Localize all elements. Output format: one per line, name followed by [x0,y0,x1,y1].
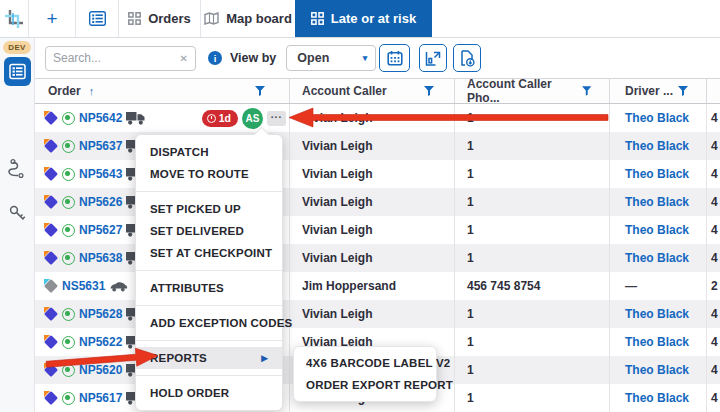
menu-item-attributes[interactable]: ATTRIBUTES [136,277,282,299]
plus-icon: + [46,8,57,30]
driver-link[interactable]: Theo Black [610,216,707,244]
driver-link[interactable]: Theo Black [610,188,707,216]
order-number-link[interactable]: NP5617 [79,391,122,405]
order-number-link[interactable]: NP5643 [79,167,122,181]
status-circle-icon [62,308,75,321]
menu-item-move-to-route[interactable]: MOVE TO ROUTE [136,163,282,185]
more-actions-button[interactable]: ··· [267,111,286,126]
key-icon [8,204,28,224]
left-sidebar: DEV [0,38,35,412]
priority-diamond-icon [44,307,58,321]
tab-map-board[interactable]: Map board [200,0,295,37]
sidebar-item-keys[interactable] [8,204,28,224]
status-circle-icon [62,168,75,181]
account-caller-cell: Vivian Leigh [290,244,455,272]
submenu-item-order-export-report[interactable]: ORDER EXPORT REPORT [294,374,436,396]
column-header-driver[interactable]: Driver ... [610,79,707,103]
menu-item-dispatch[interactable]: DISPATCH [136,141,282,163]
extra-cell: 4 [707,216,720,244]
new-tab-button[interactable]: + [28,0,75,37]
account-caller-cell: Vivian Leigh [290,104,455,132]
grid-icon [311,12,324,25]
clear-search-icon[interactable]: ✕ [180,53,188,64]
filter-icon[interactable] [255,86,265,96]
order-number-link[interactable]: NP5627 [79,223,122,237]
column-label: Driver ... [625,84,673,98]
report-export-button[interactable] [419,44,447,72]
filter-icon[interactable] [678,86,688,96]
order-number-link[interactable]: NP5620 [79,363,122,377]
column-label: Account Caller Pho... [467,77,582,105]
account-caller-phone-cell: 1 [455,328,610,356]
driver-link[interactable]: Theo Black [610,300,707,328]
chevron-down-icon: ▾ [363,53,368,63]
truck-icon [126,112,146,125]
column-header-order[interactable]: Order ↑ [35,79,290,103]
download-file-button[interactable] [453,44,481,72]
driver-link[interactable]: Theo Black [610,104,707,132]
account-caller-cell: Jim Hoppersand [290,272,455,300]
driver-link[interactable]: Theo Black [610,384,707,412]
column-header-account-caller-phone[interactable]: Account Caller Pho... [455,79,610,103]
driver-link[interactable]: Theo Black [610,132,707,160]
tab-late-or-at-risk[interactable]: Late or at risk [295,0,432,37]
list-icon [89,11,106,26]
tab-label: Orders [148,11,191,26]
tab-orders[interactable]: Orders [118,0,200,37]
order-number-link[interactable]: NP5638 [79,251,122,265]
driver-link[interactable]: Theo Black [610,356,707,384]
dev-badge: DEV [3,41,31,54]
order-number-link[interactable]: NP5622 [79,335,122,349]
order-number-link[interactable]: NP5642 [79,111,122,125]
view-by-select[interactable]: Open ▾ [286,45,376,71]
menu-item-reports[interactable]: REPORTS ▶ [136,347,282,369]
sidebar-item-routes[interactable] [8,158,27,180]
driver-link[interactable]: Theo Black [610,160,707,188]
menu-item-set-picked-up[interactable]: SET PICKED UP [136,198,282,220]
grid-icon [128,12,141,25]
extra-cell: 2 [707,272,720,300]
account-caller-phone-cell: 456 745 8754 [455,272,610,300]
date-picker-button[interactable] [379,44,410,72]
sort-asc-icon[interactable]: ↑ [89,85,95,97]
order-number-link[interactable]: NS5631 [62,279,105,293]
menu-item-hold-order[interactable]: HOLD ORDER [136,382,282,404]
driver-link[interactable]: Theo Black [610,244,707,272]
order-number-link[interactable]: NP5637 [79,139,122,153]
account-caller-phone-cell: 1 [455,244,610,272]
top-tab-bar: + Orders Map board La [0,0,720,38]
info-icon: i [208,51,222,65]
driver-cell: — [610,272,707,300]
submenu-item-4x6-barcode-label-v2[interactable]: 4X6 BARCODE LABEL V2 [294,352,436,374]
menu-item-set-at-checkpoint[interactable]: SET AT CHECKPOINT [136,242,282,264]
calendar-icon [387,50,403,66]
filter-icon[interactable] [424,86,434,96]
menu-item-set-delivered[interactable]: SET DELIVERED [136,220,282,242]
filter-icon[interactable] [582,86,591,96]
table-row[interactable]: NP5642 1d AS ··· Vivian Leigh 1 Theo Bla… [35,104,720,132]
priority-diamond-icon [44,139,58,153]
account-caller-cell: Vivian Leigh [290,160,455,188]
account-caller-cell: Vivian Leigh [290,216,455,244]
sidebar-item-dispatch-board[interactable] [4,57,31,86]
menu-divider [136,305,282,306]
app-logo [0,0,28,37]
column-label: Order [48,84,81,98]
account-caller-phone-cell: 1 [455,216,610,244]
tab-list-view[interactable] [75,0,118,37]
order-number-link[interactable]: NP5628 [79,307,122,321]
board-icon [9,63,26,80]
menu-item-label: REPORTS [150,352,207,364]
extra-cell: 4 [707,356,720,384]
reports-submenu: 4X6 BARCODE LABEL V2 ORDER EXPORT REPORT [293,346,437,402]
column-header-account-caller[interactable]: Account Caller [290,79,455,103]
menu-divider [136,270,282,271]
priority-diamond-icon [44,391,58,405]
menu-item-add-exception-codes[interactable]: ADD EXCEPTION CODES [136,312,282,334]
account-caller-phone-cell: 1 [455,104,610,132]
car-icon [109,281,128,292]
column-header-extra [707,79,720,103]
order-number-link[interactable]: NP5626 [79,195,122,209]
search-input[interactable] [53,51,180,65]
driver-link[interactable]: Theo Black [610,328,707,356]
